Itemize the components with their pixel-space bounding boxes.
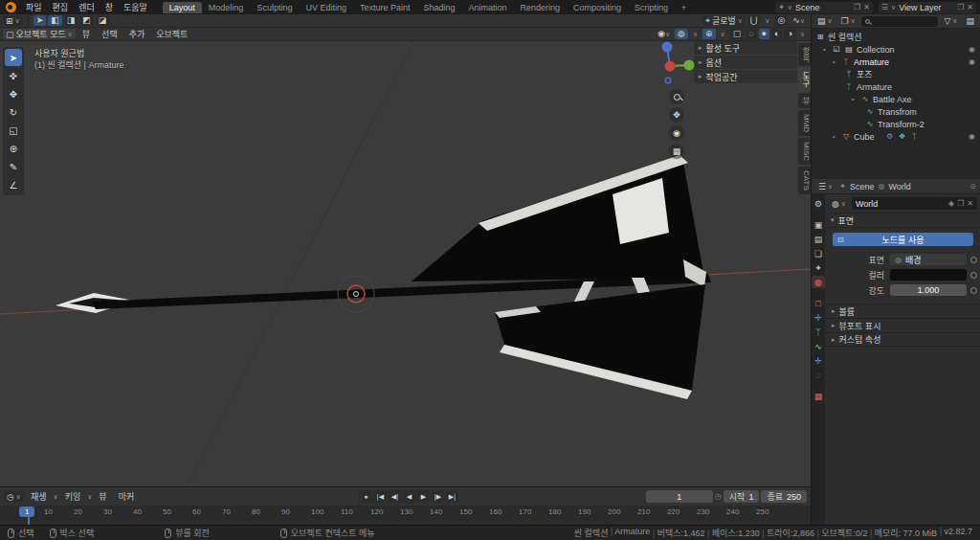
view-layer-selector[interactable]: ☰ ∨ View Layer ❐ ✕ [879, 2, 976, 13]
menu-timeline-view[interactable]: 뷰 [94, 489, 111, 504]
tab-object-data[interactable]: ᛉ [812, 326, 825, 338]
snap-toggle-button[interactable]: ⋃ [747, 15, 760, 26]
preview-range-clock-icon[interactable]: ◷ [715, 492, 722, 501]
menu-add[interactable]: 추가 [124, 27, 150, 41]
frame-end-field[interactable]: 종료 250 [761, 490, 807, 503]
play-reverse-button[interactable]: ◀ [402, 490, 415, 503]
outliner-row-transfrom[interactable]: ∿ Transfrom [812, 105, 980, 118]
jump-to-end-button[interactable]: ▶| [445, 490, 458, 503]
tab-tool[interactable]: ⚙ [812, 197, 825, 210]
shading-dropdown[interactable]: ∨ [797, 29, 808, 39]
transform-orientation-dropdown[interactable]: ⌖ 글로벌 ∨ [702, 15, 746, 26]
modifier-wrench-icon[interactable]: ⚙ [885, 132, 895, 141]
tab-texture[interactable]: ▦ [812, 390, 825, 402]
tab-shading[interactable]: Shading [416, 2, 461, 13]
editor-type-button[interactable]: ⊞ ∨ [3, 15, 23, 26]
menu-edit[interactable]: 편집 [48, 0, 74, 14]
eye-icon[interactable]: ◉ [969, 132, 975, 141]
new-collection-button[interactable]: ▤ [963, 16, 977, 27]
animate-dot-icon[interactable] [970, 287, 977, 294]
outliner-row-pose[interactable]: ᛉ 포즈 [812, 68, 980, 80]
pan-button[interactable]: ✥ [669, 107, 684, 123]
measure-tool[interactable]: ∠ [5, 176, 22, 193]
sidebar-tab-item[interactable]: 항목 [798, 43, 811, 66]
tab-compositing[interactable]: Compositing [567, 2, 628, 13]
zoom-button[interactable] [669, 89, 684, 104]
menu-keying[interactable]: 키잉 [60, 489, 86, 504]
animate-dot-icon[interactable] [970, 257, 977, 263]
tab-bone[interactable]: ∿ [812, 340, 825, 352]
panel-active-tool[interactable]: ▸활성 도구 [694, 41, 797, 55]
copy-icon[interactable]: ❐ [854, 3, 860, 11]
jump-to-start-button[interactable]: |◀ [373, 490, 387, 503]
select-mode-extend-button[interactable]: ◨ [64, 15, 78, 26]
surface-panel-header[interactable]: ▾ 표면 [825, 214, 980, 228]
timeline-ruler[interactable]: 1 10 20 30 40 50 60 70 80 90 100 110 120… [0, 506, 811, 525]
copy-icon[interactable]: ❐ [957, 199, 964, 208]
menu-render[interactable]: 렌더 [74, 0, 100, 14]
tab-texture-paint[interactable]: Texture Paint [353, 2, 417, 13]
tab-object[interactable]: □ [812, 297, 825, 309]
rotate-tool[interactable]: ↻ [5, 103, 22, 121]
copy-icon[interactable]: ❐ [957, 3, 964, 11]
play-button[interactable]: ▶ [416, 490, 430, 503]
axis-x-handle[interactable] [665, 61, 676, 72]
frame-start-field[interactable]: 시작 1 [724, 490, 760, 503]
checkbox-icon[interactable]: ☑ [832, 45, 841, 54]
tab-world[interactable]: ◍ [812, 276, 825, 288]
custom-properties-panel-header[interactable]: ▸ 커스텀 속성 [825, 332, 980, 347]
playhead[interactable]: 1 [19, 506, 34, 517]
outliner-row-collection[interactable]: • ☑ ▤ Collection ◉ [812, 43, 980, 56]
tab-layout[interactable]: Layout [163, 2, 202, 13]
panel-options[interactable]: ▸옵션 [694, 56, 797, 69]
mode-dropdown[interactable]: ▢ 오브젝트 모드 ∨ [3, 29, 76, 39]
expander-icon[interactable]: • [823, 46, 829, 53]
tab-uv-editing[interactable]: UV Editing [299, 2, 353, 13]
show-gizmo-button[interactable]: ⊕ [702, 29, 716, 39]
outliner-row-cube[interactable]: • ▽ Cube ⚙ ❖ ᛉ ◉ [812, 130, 980, 143]
outliner-row-armature-data[interactable]: ᛉ Armature [812, 80, 980, 93]
use-nodes-button[interactable]: ⊡ 노드를 사용 [833, 233, 973, 246]
prev-keyframe-button[interactable]: ◀| [388, 490, 401, 503]
breadcrumb-world[interactable]: World [888, 182, 910, 191]
tab-rendering[interactable]: Rendering [514, 2, 568, 13]
pin-icon[interactable]: ⊙ [969, 182, 976, 191]
tab-sculpting[interactable]: Sculpting [250, 2, 299, 13]
3d-viewport[interactable]: ➤ ✜ ✥ ↻ ◱ ⊕ ✎ ∠ 사용자 원근법 (1) 씬 컬렉션 | Arma… [0, 41, 811, 486]
axis-z-handle[interactable] [662, 42, 673, 53]
tab-view-layer[interactable]: ❏ [812, 247, 825, 259]
sidebar-tab-tool[interactable]: 도구 [798, 68, 811, 91]
ortho-toggle-button[interactable]: ▦ [669, 144, 684, 159]
transform-tool[interactable]: ⊕ [5, 140, 22, 157]
move-tool[interactable]: ✥ [5, 85, 22, 102]
overlays-dropdown[interactable]: ∨ [690, 29, 701, 39]
breadcrumb-scene[interactable]: Scene [850, 182, 875, 191]
shading-solid-button[interactable]: ● [759, 29, 769, 39]
menu-help[interactable]: 도움말 [119, 0, 152, 14]
cursor-tool[interactable]: ✜ [5, 67, 22, 84]
eye-icon[interactable]: ◉ [969, 45, 975, 54]
sidebar-tab-misc[interactable]: MISC [798, 138, 811, 165]
battle-axe-model[interactable] [56, 155, 711, 399]
snap-options-dropdown[interactable]: ∨ [762, 15, 772, 26]
shading-material-button[interactable]: ◐ [771, 29, 782, 39]
select-box-tool[interactable]: ➤ [5, 49, 22, 66]
outliner-row-battle-axe[interactable]: • ∿ Battle Axe [812, 93, 980, 105]
surface-shader-dropdown[interactable]: ◍ 배경 [890, 254, 967, 265]
tab-scripting[interactable]: Scripting [628, 2, 675, 13]
expander-icon[interactable]: • [833, 58, 838, 65]
outliner-editor-type-button[interactable]: ▤∨ [814, 16, 835, 27]
outliner-display-mode-button[interactable]: ❐∨ [838, 16, 858, 27]
tab-constraints[interactable]: ✛ [812, 311, 825, 324]
scale-tool[interactable]: ◱ [5, 122, 22, 139]
select-mode-intersect-button[interactable]: ◪ [96, 15, 110, 26]
tab-output[interactable]: ▤ [812, 233, 825, 245]
browse-world-button[interactable]: ◍∨ [829, 198, 849, 209]
menu-select[interactable]: 선택 [97, 27, 122, 41]
outliner-row-armature-object[interactable]: • ᛉ Armature ◉ [812, 56, 980, 68]
select-mode-subtract-button[interactable]: ◩ [79, 15, 94, 26]
show-overlays-button[interactable]: ◍ [675, 29, 688, 39]
proportional-falloff-dropdown[interactable]: ∿∨ [790, 15, 808, 26]
annotate-tool[interactable]: ✎ [5, 158, 22, 175]
menu-object[interactable]: 오브젝트 [151, 27, 192, 41]
